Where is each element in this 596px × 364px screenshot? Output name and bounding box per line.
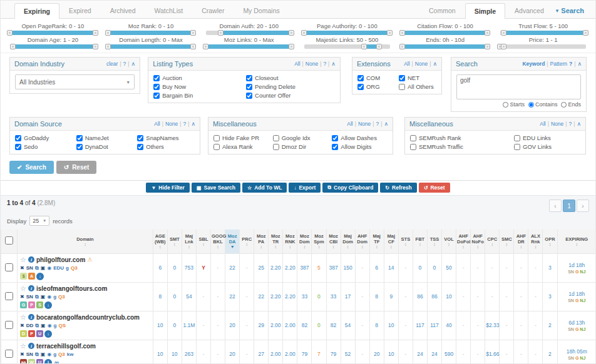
none-link[interactable]: None [358,121,371,127]
column-header-cpc[interactable]: CPC↕ [485,230,500,253]
cell-opr[interactable]: 2 [543,311,557,340]
column-header-sbl[interactable]: SBL↕ [196,230,210,253]
reset-button[interactable]: ↺Reset [419,183,450,193]
help-link[interactable]: ? [123,61,126,67]
all-link[interactable]: All [404,61,409,67]
domain-tool-icon-q3[interactable]: Q3 [58,351,65,357]
tab-common[interactable]: Common [419,3,465,18]
slider-handle-min[interactable] [218,30,224,36]
page-size-select[interactable]: 25 ▼ [29,216,49,226]
cell-moz-cbi[interactable]: 387 [326,253,341,282]
cell-maj-lnk[interactable]: 54 [182,282,196,311]
cell-maj-cf[interactable]: 14 [384,253,398,282]
column-header-moz-cbi[interactable]: Moz CBI↕ [326,230,341,253]
checkbox-com[interactable]: COM [357,74,395,81]
column-header-maj-lnk[interactable]: Maj Lnk↕ [182,230,196,253]
column-header-smc[interactable]: SMC↕ [500,230,514,253]
column-header-smt[interactable]: SMT↕ [167,230,182,253]
service-badge-icon[interactable]: $ [20,273,27,280]
slider-handle-max[interactable] [93,44,98,49]
checkbox-semrush-traffic[interactable]: SEMRush Traffic [410,143,476,150]
column-header-ahf-dom[interactable]: AHF Dom↕ [355,230,369,253]
slider-handle-min[interactable] [105,44,111,49]
domain-tool-icon-[interactable]: ⧉ [35,265,39,271]
cell-opr[interactable]: 2 [543,340,557,364]
checkbox-input[interactable] [410,135,416,141]
slider-handle-max[interactable] [501,44,506,49]
help-link[interactable]: ? [376,121,379,127]
column-header-ahf-dr[interactable]: AHF DR↕ [514,230,528,253]
tab-expired[interactable]: Expired [59,3,101,18]
cell-tss[interactable]: 86 [427,282,441,311]
column-header-tss[interactable]: TSS↕ [427,230,441,253]
domain-tool-icon-[interactable]: ◉ [48,323,52,328]
column-header-sts[interactable]: STS↕ [398,230,413,253]
checkbox-counter-offer[interactable]: Counter Offer [246,92,335,99]
help-link[interactable]: ? [568,121,572,127]
cell-moz-dom[interactable]: 79 [297,340,312,364]
domain-tool-icon-[interactable]: ▣ [41,351,46,357]
add-to-watchlist-button[interactable]: ☆Add To WL [242,183,287,193]
domain-link[interactable]: isleofmangolftours.com [36,285,107,292]
column-header-moz-rnk[interactable]: Moz RNK↕ [283,230,297,253]
cell-moz-tr[interactable]: 2.20 [269,253,283,282]
column-header-fbt[interactable]: FBT↕ [413,230,427,253]
domain-tool-icon-[interactable]: ✖ [20,294,24,300]
column-header-goog-bkl[interactable]: GOOG BKL↕ [211,230,225,253]
cell-smt[interactable]: 0 [167,311,182,340]
domain-tool-icon-g[interactable]: g [53,351,56,357]
service-badge-icon[interactable]: G [20,301,27,308]
service-badge-icon[interactable]: P [28,330,35,337]
domain-tool-icon-g[interactable]: g [54,323,57,328]
column-header-maj-dom[interactable]: Maj Dom↕ [341,230,355,253]
column-header-moz-tr[interactable]: Moz TR↕ [269,230,283,253]
cell-maj-cf[interactable]: 10 [384,340,398,364]
collapse-icon[interactable]: ∧ [384,121,388,127]
cell-age-wb[interactable]: 10 [153,340,167,364]
slider-track[interactable] [403,44,488,49]
slider-track[interactable] [500,31,586,35]
help-link[interactable]: ? [183,121,186,127]
service-badge-icon[interactable]: U [36,330,43,337]
column-header-domain[interactable]: Domain↕ [18,230,153,253]
checkbox-others[interactable]: Others [137,143,195,150]
row-checkbox[interactable] [5,292,13,300]
slider-track[interactable] [10,44,96,49]
cell-moz-tr[interactable]: 2.00 [269,311,283,340]
next-page-button[interactable]: › [577,200,589,212]
slider-handle-max[interactable] [190,44,196,49]
service-badge-icon[interactable]: U [36,359,43,364]
slider-handle-max[interactable] [289,30,294,36]
cell-smt[interactable]: 10 [167,340,182,364]
checkbox-snapnames[interactable]: SnapNames [137,134,195,141]
cell-moz-cbi[interactable]: 33 [326,282,341,311]
cell-moz-rnk[interactable]: 2.20 [283,253,297,282]
slider-handle-max[interactable] [93,30,98,36]
domain-link[interactable]: terracehillsgolf.com [36,343,96,350]
none-link[interactable]: None [415,61,428,67]
service-badge-icon[interactable]: ↓ [44,330,52,338]
service-badge-icon[interactable]: D [20,330,27,337]
radio-ends[interactable]: Ends [561,101,581,108]
service-badge-icon[interactable]: aa [20,359,27,364]
cell-moz-pa[interactable]: 22 [254,282,269,311]
domain-tool-icon-[interactable]: ✖ [20,351,24,357]
all-link[interactable]: All [294,61,300,67]
tab-advanced[interactable]: Advanced [505,3,553,18]
service-badge-icon[interactable]: A [28,273,35,280]
search-toggle[interactable]: ▾ Search [553,3,590,18]
cell-maj-tf[interactable]: 8 [369,282,384,311]
checkbox-godaddy[interactable]: GoDaddy [15,134,73,141]
cell-maj-tf[interactable]: 6 [369,253,384,282]
slider-handle-min[interactable] [301,30,307,36]
column-header-moz-dom[interactable]: Moz Dom↕ [297,230,312,253]
cell-opr[interactable]: 3 [543,282,557,311]
cell-cpc[interactable]: $1.66 [485,340,500,364]
watchlist-star-icon[interactable]: ☆ [20,256,26,264]
domain-tool-icon-[interactable]: ◉ [47,294,51,300]
slider-handle-min[interactable] [203,44,208,49]
slider-track[interactable] [500,44,586,49]
cell-maj-lnk[interactable]: 1.1M [182,311,196,340]
cell-maj-lnk[interactable]: 263 [182,340,196,364]
domain-tool-icon-sn[interactable]: SN [26,265,33,271]
